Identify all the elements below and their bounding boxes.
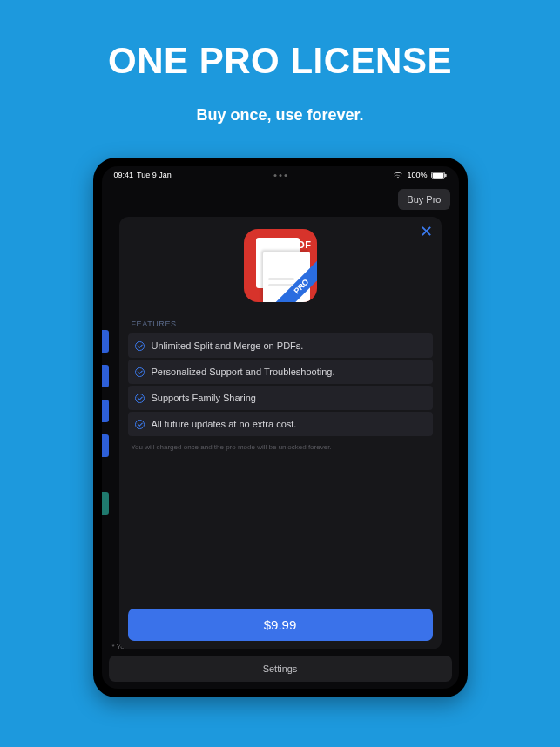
marketing-headline: ONE PRO LICENSE xyxy=(108,40,452,82)
svg-rect-2 xyxy=(445,173,446,176)
check-icon xyxy=(135,420,145,429)
status-bar: 09:41 Tue 9 Jan 100% xyxy=(102,166,459,184)
check-icon xyxy=(135,367,145,377)
pro-modal: ✕ PDF PRO FEATURES xyxy=(119,217,442,649)
device-screen: 09:41 Tue 9 Jan 100% Buy Pro xyxy=(102,166,459,689)
features-list: Unlimited Split and Merge on PDFs. Perso… xyxy=(119,333,442,438)
wifi-icon xyxy=(393,172,403,179)
purchase-button[interactable]: $9.99 xyxy=(128,609,433,641)
status-date: Tue 9 Jan xyxy=(137,171,172,179)
feature-text: Personalized Support and Troubleshooting… xyxy=(152,367,335,377)
status-time: 09:41 xyxy=(114,171,134,179)
check-icon xyxy=(135,394,145,403)
check-icon xyxy=(135,341,145,351)
feature-row: Supports Family Sharing xyxy=(128,386,433,410)
svg-rect-1 xyxy=(432,172,443,178)
marketing-subhead: Buy once, use forever. xyxy=(196,106,363,124)
tablet-frame: 09:41 Tue 9 Jan 100% Buy Pro xyxy=(93,158,468,697)
feature-text: Supports Family Sharing xyxy=(152,393,256,403)
multitask-dots[interactable] xyxy=(273,174,287,177)
fine-print: You will charged once and the pro mode w… xyxy=(119,438,442,451)
app-icon-tag: PDF xyxy=(291,239,312,250)
feature-row: All future updates at no extra cost. xyxy=(128,412,433,436)
feature-row: Unlimited Split and Merge on PDFs. xyxy=(128,333,433,358)
status-battery-pct: 100% xyxy=(407,171,427,179)
feature-text: Unlimited Split and Merge on PDFs. xyxy=(152,340,304,351)
feature-text: All future updates at no extra cost. xyxy=(152,419,297,429)
nav-bar: Buy Pro xyxy=(102,184,459,215)
features-section-label: FEATURES xyxy=(119,320,442,328)
feature-row: Personalized Support and Troubleshooting… xyxy=(128,360,433,384)
buy-pro-button[interactable]: Buy Pro xyxy=(398,189,449,210)
settings-button[interactable]: Settings xyxy=(109,656,452,682)
close-icon[interactable]: ✕ xyxy=(420,224,433,239)
battery-icon xyxy=(431,172,447,179)
app-icon: PDF PRO xyxy=(244,229,317,302)
